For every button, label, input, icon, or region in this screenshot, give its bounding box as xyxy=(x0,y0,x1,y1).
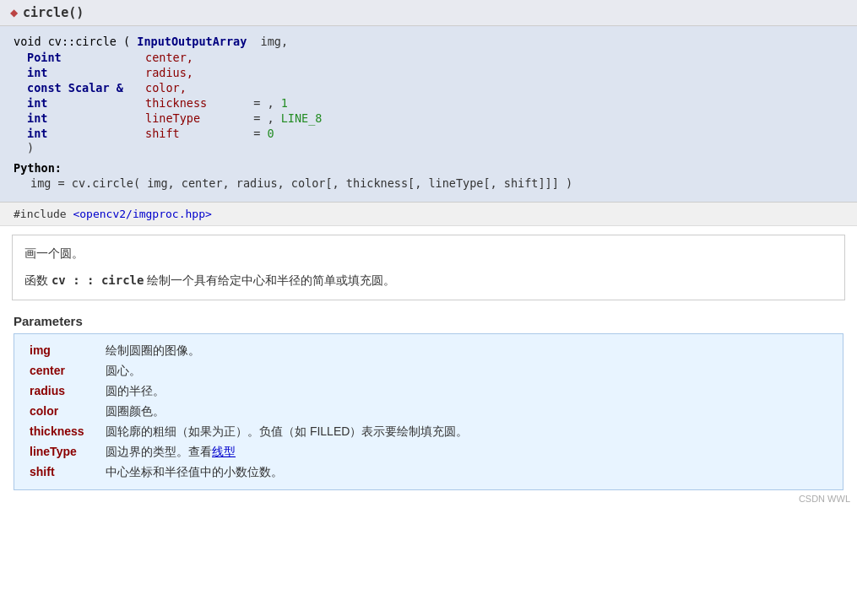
param-row-shift: shift 中心坐标和半径值中的小数位数。 xyxy=(24,462,833,483)
watermark: CSDN WWL xyxy=(0,490,857,507)
python-code: img = cv.circle( img, center, radius, co… xyxy=(30,176,843,190)
param-name-shift: shift xyxy=(24,462,100,483)
param-name-thickness: thickness xyxy=(24,422,100,442)
sig-void-keyword: void cv::circle ( xyxy=(14,35,137,48)
parameters-section: Parameters img 绘制圆圈的图像。 center 圆心。 radiu… xyxy=(0,309,857,490)
sig-default-color xyxy=(247,80,322,95)
sig-param-linetype: lineType xyxy=(145,111,247,126)
description-box: 画一个圆。 函数 cv : : circle 绘制一个具有给定中心和半径的简单或… xyxy=(12,235,845,300)
parameters-table: img 绘制圆圈的图像。 center 圆心。 radius 圆的半径。 col… xyxy=(14,333,843,490)
sig-default-shift: = 0 xyxy=(247,126,322,141)
sig-param-row: int thickness = , 1 xyxy=(27,95,322,111)
param-row-linetype: lineType 圆边界的类型。查看线型 xyxy=(24,442,833,462)
title-diamond-icon: ◆ xyxy=(10,7,18,19)
parameters-title: Parameters xyxy=(14,314,843,328)
python-code-text: img = cv.circle( img, center, radius, co… xyxy=(30,176,572,190)
title-bar: ◆ circle() xyxy=(0,0,857,26)
include-keyword: #include xyxy=(14,208,73,220)
desc-long: 函数 cv : : circle 绘制一个具有给定中心和半径的简单或填充圆。 xyxy=(24,271,833,291)
sig-param-row: int lineType = , LINE_8 xyxy=(27,111,322,126)
sig-default-center xyxy=(247,50,322,65)
sig-param-row: Point center, xyxy=(27,50,322,65)
sig-param-thickness: thickness xyxy=(145,95,247,111)
param-desc-linetype: 圆边界的类型。查看线型 xyxy=(100,442,833,462)
param-desc-thickness: 圆轮廓的粗细（如果为正）。负值（如 FILLED）表示要绘制填充圆。 xyxy=(100,422,833,442)
page-title: circle() xyxy=(23,5,84,20)
param-name-center: center xyxy=(24,361,100,381)
include-filename: <opencv2/imgproc.hpp> xyxy=(73,208,211,220)
sig-type-int1: int xyxy=(27,65,145,80)
sig-img-param: img, xyxy=(247,35,288,48)
sig-param-shift: shift xyxy=(145,126,247,141)
sig-type-point: Point xyxy=(27,50,145,65)
param-row-img: img 绘制圆圈的图像。 xyxy=(24,341,833,361)
desc-long-text1: 函数 xyxy=(24,273,52,287)
desc-long-text2: 绘制一个具有给定中心和半径的简单或填充圆。 xyxy=(144,273,395,287)
param-desc-radius: 圆的半径。 xyxy=(100,381,833,402)
param-desc-img: 绘制圆圈的图像。 xyxy=(100,341,833,361)
python-section: Python: img = cv.circle( img, center, ra… xyxy=(14,161,843,190)
sig-param-radius: radius, xyxy=(145,65,247,80)
sig-param-color: color, xyxy=(145,80,247,95)
sig-close-paren: ) xyxy=(27,141,843,154)
sig-type-int4: int xyxy=(27,126,145,141)
sig-default-linetype: = , LINE_8 xyxy=(247,111,322,126)
sig-param-row: int radius, xyxy=(27,65,322,80)
param-name-img: img xyxy=(24,341,100,361)
param-row-thickness: thickness 圆轮廓的粗细（如果为正）。负值（如 FILLED）表示要绘制… xyxy=(24,422,833,442)
sig-params-table: Point center, int radius, const Scalar &… xyxy=(27,50,322,141)
param-desc-color: 圆圈颜色。 xyxy=(100,402,833,422)
include-bar: #include <opencv2/imgproc.hpp> xyxy=(0,202,857,226)
param-row-center: center 圆心。 xyxy=(24,361,833,381)
param-name-color: color xyxy=(24,402,100,422)
params-inner-table: img 绘制圆圈的图像。 center 圆心。 radius 圆的半径。 col… xyxy=(24,341,833,483)
param-desc-shift: 中心坐标和半径值中的小数位数。 xyxy=(100,462,833,483)
signature-area: void cv::circle ( InputOutputArray img, … xyxy=(0,26,857,202)
param-name-radius: radius xyxy=(24,381,100,402)
sig-param-row: const Scalar & color, xyxy=(27,80,322,95)
sig-param-row: int shift = 0 xyxy=(27,126,322,141)
sig-input-type: InputOutputArray xyxy=(137,35,247,48)
desc-short: 画一个圆。 xyxy=(24,244,833,264)
sig-default-thickness: = , 1 xyxy=(247,95,322,111)
python-label: Python: xyxy=(14,161,62,175)
sig-default-radius xyxy=(247,65,322,80)
sig-first-line: void cv::circle ( InputOutputArray img, xyxy=(14,35,843,48)
sig-param-center: center, xyxy=(145,50,247,65)
sig-type-int3: int xyxy=(27,111,145,126)
linetype-link[interactable]: 线型 xyxy=(212,445,236,458)
sig-type-int2: int xyxy=(27,95,145,111)
desc-code-cv: cv : : circle xyxy=(52,273,144,287)
sig-type-scalar: const Scalar & xyxy=(27,80,145,95)
param-row-color: color 圆圈颜色。 xyxy=(24,402,833,422)
param-row-radius: radius 圆的半径。 xyxy=(24,381,833,402)
param-desc-center: 圆心。 xyxy=(100,361,833,381)
param-name-linetype: lineType xyxy=(24,442,100,462)
